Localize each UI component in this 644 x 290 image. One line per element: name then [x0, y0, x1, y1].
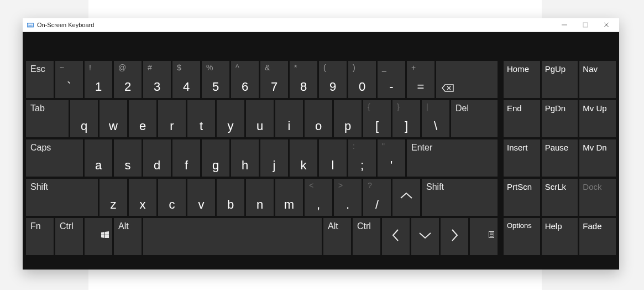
key-delete[interactable]: Del — [451, 100, 498, 137]
key-windows[interactable] — [85, 218, 112, 255]
key-w[interactable]: w — [100, 100, 127, 137]
key-semicolon[interactable]: :; — [348, 139, 376, 177]
key-options[interactable]: Options — [504, 218, 540, 255]
key-label: Enter — [411, 143, 432, 153]
key-end[interactable]: End — [504, 100, 540, 137]
key-lower: d — [154, 158, 160, 174]
key-right-ctrl[interactable]: Ctrl — [353, 218, 380, 255]
key-q[interactable]: q — [70, 100, 98, 137]
key-v[interactable]: v — [187, 179, 215, 216]
key-row-3: Caps a s d f g h j k l :; "' Enter — [26, 139, 498, 177]
key-m[interactable]: m — [275, 179, 303, 216]
key-y[interactable]: y — [217, 100, 244, 137]
key-1[interactable]: !1 — [85, 61, 112, 98]
key-backslash[interactable]: |\ — [422, 100, 449, 137]
key-right-shift[interactable]: Shift — [422, 179, 498, 216]
key-pgdn[interactable]: PgDn — [542, 100, 578, 137]
key-home[interactable]: Home — [504, 61, 540, 98]
key-minus[interactable]: _- — [378, 61, 405, 98]
key-z[interactable]: z — [100, 179, 127, 216]
key-esc[interactable]: Esc — [26, 61, 54, 98]
key-h[interactable]: h — [231, 139, 259, 177]
key-x[interactable]: x — [129, 179, 156, 216]
key-equals[interactable]: += — [407, 61, 434, 98]
key-right-alt[interactable]: Alt — [323, 218, 351, 255]
key-left-alt[interactable]: Alt — [114, 218, 142, 255]
key-pause[interactable]: Pause — [542, 139, 578, 177]
key-backspace[interactable] — [436, 61, 498, 98]
key-n[interactable]: n — [246, 179, 274, 216]
key-lower: r — [170, 118, 174, 134]
key-left-shift[interactable]: Shift — [26, 179, 98, 216]
key-arrow-left[interactable] — [382, 218, 410, 255]
key-o[interactable]: o — [305, 100, 332, 137]
key-3[interactable]: #3 — [143, 61, 171, 98]
key-left-ctrl[interactable]: Ctrl — [55, 218, 83, 255]
key-0[interactable]: )0 — [348, 61, 376, 98]
key-s[interactable]: s — [114, 139, 142, 177]
key-lower: ' — [390, 158, 392, 174]
key-c[interactable]: c — [158, 179, 186, 216]
key-label: Help — [545, 221, 562, 231]
key-row-1: Esc ~` !1 @2 #3 $4 %5 ^6 &7 *8 (9 )0 _- … — [26, 61, 498, 98]
key-f[interactable]: f — [172, 139, 200, 177]
key-9[interactable]: (9 — [319, 61, 347, 98]
key-arrow-up[interactable] — [392, 179, 420, 216]
key-p[interactable]: p — [334, 100, 362, 137]
key-fn[interactable]: Fn — [26, 218, 54, 255]
key-l[interactable]: l — [319, 139, 347, 177]
key-fade[interactable]: Fade — [579, 218, 616, 255]
key-upper: ? — [366, 181, 372, 197]
key-e[interactable]: e — [129, 100, 156, 137]
key-r[interactable]: r — [158, 100, 186, 137]
key-t[interactable]: t — [187, 100, 215, 137]
key-enter[interactable]: Enter — [407, 139, 498, 177]
key-arrow-down[interactable] — [411, 218, 439, 255]
key-backtick[interactable]: ~` — [55, 61, 83, 98]
key-dock[interactable]: Dock — [579, 179, 616, 216]
key-scrlk[interactable]: ScrLk — [542, 179, 578, 216]
minimize-button[interactable] — [561, 22, 568, 28]
key-arrow-right[interactable] — [441, 218, 468, 255]
key-8[interactable]: *8 — [290, 61, 317, 98]
side-row-5: Options Help Fade — [504, 218, 616, 255]
key-lower: q — [81, 118, 87, 134]
key-menu[interactable] — [470, 218, 498, 255]
key-space[interactable] — [143, 218, 322, 255]
key-lower: b — [227, 197, 234, 213]
key-u[interactable]: u — [246, 100, 274, 137]
key-pgup[interactable]: PgUp — [542, 61, 578, 98]
key-period[interactable]: >. — [334, 179, 362, 216]
titlebar-left: On-Screen Keyboard — [23, 22, 94, 28]
key-insert[interactable]: Insert — [504, 139, 540, 177]
key-2[interactable]: @2 — [114, 61, 142, 98]
key-quote[interactable]: "' — [378, 139, 405, 177]
key-help[interactable]: Help — [542, 218, 578, 255]
key-label: Home — [507, 64, 529, 74]
key-b[interactable]: b — [217, 179, 244, 216]
key-7[interactable]: &7 — [260, 61, 288, 98]
close-button[interactable] — [603, 22, 610, 28]
key-left-bracket[interactable]: {[ — [363, 100, 391, 137]
key-mvup[interactable]: Mv Up — [579, 100, 616, 137]
key-nav[interactable]: Nav — [579, 61, 616, 98]
key-right-bracket[interactable]: }] — [392, 100, 420, 137]
key-caps[interactable]: Caps — [26, 139, 83, 177]
key-comma[interactable]: <, — [305, 179, 332, 216]
key-g[interactable]: g — [202, 139, 229, 177]
key-i[interactable]: i — [275, 100, 303, 137]
key-slash[interactable]: ?/ — [363, 179, 391, 216]
key-lower: t — [200, 118, 203, 134]
chevron-left-icon — [391, 229, 400, 244]
key-5[interactable]: %5 — [202, 61, 229, 98]
key-j[interactable]: j — [260, 139, 288, 177]
key-a[interactable]: a — [85, 139, 112, 177]
maximize-button[interactable] — [582, 22, 589, 28]
key-prtscn[interactable]: PrtScn — [504, 179, 540, 216]
key-mvdn[interactable]: Mv Dn — [579, 139, 616, 177]
key-d[interactable]: d — [143, 139, 171, 177]
key-k[interactable]: k — [290, 139, 317, 177]
key-6[interactable]: ^6 — [231, 61, 259, 98]
key-tab[interactable]: Tab — [26, 100, 69, 137]
key-4[interactable]: $4 — [172, 61, 200, 98]
